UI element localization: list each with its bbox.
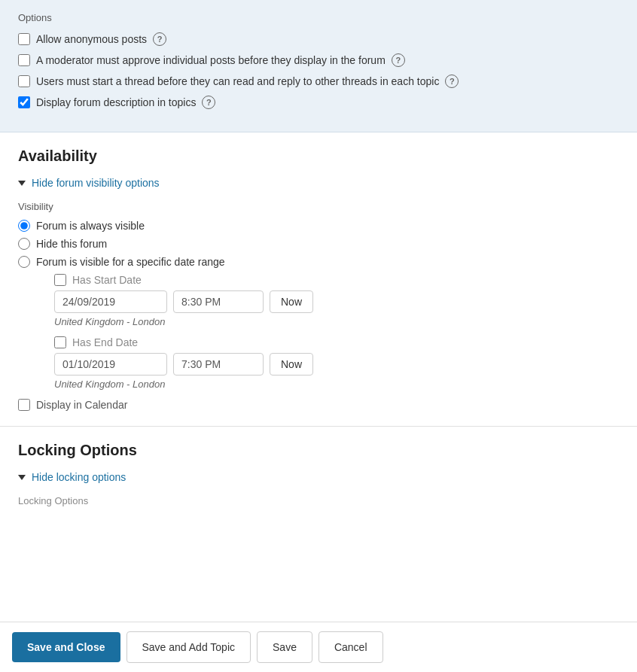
end-date-inputs: Now (54, 353, 619, 376)
end-now-button[interactable]: Now (270, 353, 313, 376)
hide-forum-label[interactable]: Hide this forum (36, 238, 107, 250)
footer-bar: Save and Close Save and Add Topic Save C… (0, 622, 637, 672)
locking-sub-label: Locking Options (18, 495, 619, 506)
display-desc-label[interactable]: Display forum description in topics (36, 96, 196, 108)
has-end-date-label[interactable]: Has End Date (72, 336, 138, 348)
thread-first-label[interactable]: Users must start a thread before they ca… (36, 75, 439, 87)
specific-range-row: Forum is visible for a specific date ran… (18, 256, 619, 268)
start-date-inputs: Now (54, 290, 619, 313)
save-button[interactable]: Save (257, 631, 312, 663)
mod-approve-label[interactable]: A moderator must approve individual post… (36, 54, 386, 66)
thread-first-checkbox[interactable] (18, 75, 30, 87)
visibility-label: Visibility (18, 201, 619, 212)
hide-forum-radio[interactable] (18, 238, 30, 250)
options-section: Options Allow anonymous posts ? A modera… (0, 0, 637, 132)
specific-range-label[interactable]: Forum is visible for a specific date ran… (36, 256, 225, 268)
save-add-topic-button[interactable]: Save and Add Topic (126, 631, 251, 663)
always-visible-radio[interactable] (18, 220, 30, 232)
locking-toggle-arrow-icon (18, 475, 26, 480)
start-date-input[interactable] (54, 290, 167, 313)
start-now-button[interactable]: Now (270, 290, 313, 313)
display-desc-row: Display forum description in topics ? (18, 96, 619, 109)
has-start-date-row: Has Start Date (54, 274, 619, 286)
allow-anon-label[interactable]: Allow anonymous posts (36, 33, 147, 45)
availability-title: Availability (18, 147, 619, 165)
start-timezone: United Kingdom - London (54, 316, 619, 327)
end-date-group: Has End Date Now United Kingdom - London (54, 336, 619, 390)
locking-title: Locking Options (18, 442, 619, 459)
display-calendar-checkbox[interactable] (18, 399, 30, 411)
has-start-date-checkbox[interactable] (54, 274, 66, 286)
allow-anon-help-icon[interactable]: ? (153, 32, 166, 46)
has-end-date-checkbox[interactable] (54, 336, 66, 348)
always-visible-row: Forum is always visible (18, 220, 619, 232)
hide-forum-visibility-label: Hide forum visibility options (32, 177, 160, 189)
cancel-button[interactable]: Cancel (318, 631, 383, 663)
display-desc-checkbox[interactable] (18, 96, 30, 108)
calendar-row: Display in Calendar (18, 399, 619, 411)
thread-first-row: Users must start a thread before they ca… (18, 74, 619, 88)
mod-approve-checkbox[interactable] (18, 54, 30, 66)
has-end-date-row: Has End Date (54, 336, 619, 348)
mod-approve-row: A moderator must approve individual post… (18, 53, 619, 67)
display-desc-help-icon[interactable]: ? (202, 96, 215, 109)
display-calendar-label[interactable]: Display in Calendar (36, 399, 127, 411)
end-date-input[interactable] (54, 353, 167, 376)
start-date-group: Has Start Date Now United Kingdom - Lond… (54, 274, 619, 327)
hide-forum-visibility-toggle[interactable]: Hide forum visibility options (18, 177, 619, 189)
always-visible-label[interactable]: Forum is always visible (36, 220, 145, 232)
hide-locking-label: Hide locking options (32, 471, 126, 483)
start-time-input[interactable] (173, 290, 264, 313)
hide-forum-row: Hide this forum (18, 238, 619, 250)
hide-locking-toggle[interactable]: Hide locking options (18, 471, 619, 483)
allow-anon-row: Allow anonymous posts ? (18, 32, 619, 46)
allow-anon-checkbox[interactable] (18, 33, 30, 45)
specific-range-radio[interactable] (18, 256, 30, 268)
toggle-arrow-icon (18, 181, 26, 186)
save-close-button[interactable]: Save and Close (12, 632, 120, 662)
thread-first-help-icon[interactable]: ? (445, 74, 459, 88)
has-start-date-label[interactable]: Has Start Date (72, 274, 142, 286)
availability-section: Availability Hide forum visibility optio… (0, 132, 637, 426)
end-timezone: United Kingdom - London (54, 379, 619, 390)
locking-section: Locking Options Hide locking options Loc… (0, 426, 637, 567)
mod-approve-help-icon[interactable]: ? (392, 53, 405, 67)
options-label: Options (18, 12, 619, 23)
end-time-input[interactable] (173, 353, 264, 376)
